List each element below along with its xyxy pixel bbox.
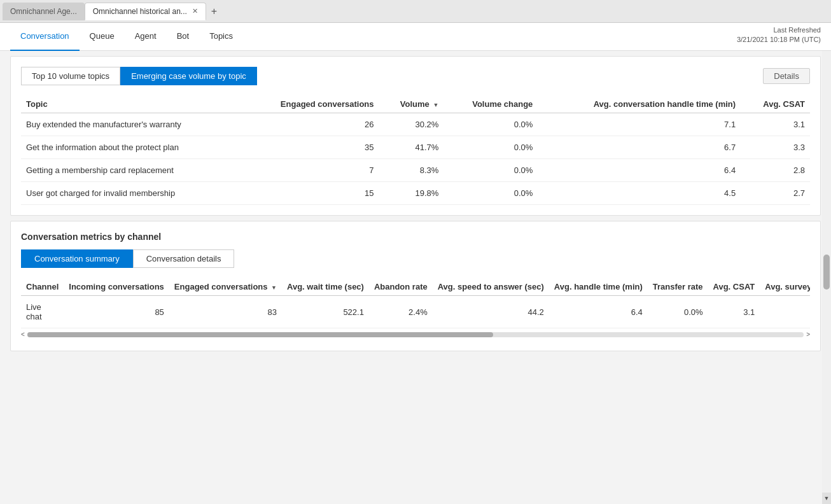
tab-emerging-volume[interactable]: Emerging case volume by topic	[120, 67, 257, 85]
col-avg-csat: Avg. CSAT	[708, 278, 760, 296]
cell-topic: User got charged for invalid membership	[21, 182, 241, 205]
col-engaged: Engaged conversations	[241, 95, 379, 113]
close-icon[interactable]: ✕	[192, 7, 198, 15]
nav-topics[interactable]: Topics	[199, 23, 243, 51]
cell-volume: 41.7%	[379, 136, 444, 159]
col-transfer-rate: Transfer rate	[648, 278, 708, 296]
cell-avg-handle: 4.5	[538, 182, 741, 205]
cell-avg-speed: 44.2	[433, 296, 549, 328]
nav-agent[interactable]: Agent	[125, 23, 167, 51]
tab-label: Omnichannel historical an...	[93, 7, 187, 16]
top-topics-panel: Top 10 volume topics Emerging case volum…	[10, 56, 821, 216]
col-avg-csat: Avg. CSAT	[741, 95, 810, 113]
tab-omnichannel-historical[interactable]: Omnichannel historical an... ✕	[85, 3, 206, 20]
horizontal-scrollbar[interactable]: < >	[21, 328, 810, 340]
add-tab-button[interactable]: +	[206, 6, 222, 17]
col-topic: Topic	[21, 95, 241, 113]
cell-volume-change: 0.0%	[443, 136, 538, 159]
col-incoming: Incoming conversations	[64, 278, 169, 296]
col-volume-change: Volume change	[443, 95, 538, 113]
tab-conversation-summary[interactable]: Conversation summary	[21, 249, 133, 268]
col-channel: Channel	[21, 278, 64, 296]
tab-omnichannel-agent[interactable]: Omnichannel Age...	[3, 3, 85, 20]
tab-label: Omnichannel Age...	[10, 7, 77, 16]
nav-queue[interactable]: Queue	[80, 23, 125, 51]
tab-top10-volume[interactable]: Top 10 volume topics	[21, 67, 120, 85]
last-refreshed-value: 3/21/2021 10:18 PM (UTC)	[737, 35, 821, 45]
cell-engaged: 35	[241, 136, 379, 159]
cell-avg-csat: 2.8	[741, 159, 810, 182]
scroll-right-icon[interactable]: >	[806, 331, 810, 338]
cell-avg-csat: 2.7	[741, 182, 810, 205]
col-avg-survey: Avg. survey se	[760, 278, 810, 296]
cell-avg-handle: 6.4	[538, 159, 741, 182]
cell-volume-change: 0.0%	[443, 182, 538, 205]
tab-conversation-details[interactable]: Conversation details	[133, 249, 235, 268]
nav-bot[interactable]: Bot	[167, 23, 200, 51]
cell-volume: 19.8%	[379, 182, 444, 205]
cell-avg-csat: 3.1	[708, 296, 760, 328]
nav-conversation[interactable]: Conversation	[10, 23, 80, 51]
cell-volume: 30.2%	[379, 113, 444, 136]
cell-topic: Get the information about the protect pl…	[21, 136, 241, 159]
col-engaged[interactable]: Engaged conversations ▼	[169, 278, 282, 296]
cell-avg-handle: 6.7	[538, 136, 741, 159]
sort-icon: ▼	[433, 102, 438, 108]
scroll-left-icon[interactable]: <	[21, 331, 25, 338]
col-volume[interactable]: Volume ▼	[379, 95, 444, 113]
details-button[interactable]: Details	[763, 68, 810, 84]
cell-volume-change: 0.0%	[443, 113, 538, 136]
app-nav: Conversation Queue Agent Bot Topics Last…	[0, 23, 831, 51]
cell-engaged: 83	[169, 296, 282, 328]
table-row[interactable]: Live chat 85 83 522.1 2.4% 44.2 6.4 0.0%…	[21, 296, 810, 328]
cell-abandon-rate: 2.4%	[369, 296, 433, 328]
scroll-down-icon[interactable]: ▼	[822, 493, 831, 504]
cell-avg-survey	[760, 296, 810, 328]
section-title: Conversation metrics by channel	[21, 232, 810, 242]
vertical-scrollbar[interactable]	[822, 51, 831, 496]
cell-incoming: 85	[64, 296, 169, 328]
cell-topic: Buy extended the manufacturer's warranty	[21, 113, 241, 136]
cell-channel: Live chat	[21, 296, 64, 328]
col-abandon-rate: Abandon rate	[369, 278, 433, 296]
topics-table: Topic Engaged conversations Volume ▼ Vol…	[21, 95, 810, 205]
table-row[interactable]: Getting a membership card replacement 7 …	[21, 159, 810, 182]
last-refreshed-label: Last Refreshed	[737, 25, 821, 35]
sort-icon: ▼	[271, 284, 277, 291]
col-avg-speed: Avg. speed to answer (sec)	[433, 278, 549, 296]
col-avg-handle: Avg. conversation handle time (min)	[538, 95, 741, 113]
topic-tabs: Top 10 volume topics Emerging case volum…	[21, 67, 810, 85]
cell-engaged: 15	[241, 182, 379, 205]
cell-engaged: 26	[241, 113, 379, 136]
cell-engaged: 7	[241, 159, 379, 182]
cell-volume: 8.3%	[379, 159, 444, 182]
main-content: Top 10 volume topics Emerging case volum…	[0, 51, 831, 504]
metrics-panel: Conversation metrics by channel Conversa…	[10, 221, 821, 351]
cell-avg-csat: 3.1	[741, 113, 810, 136]
metrics-table-wrapper[interactable]: Channel Incoming conversations Engaged c…	[21, 278, 810, 328]
cell-volume-change: 0.0%	[443, 159, 538, 182]
cell-avg-handle: 7.1	[538, 113, 741, 136]
table-row[interactable]: Buy extended the manufacturer's warranty…	[21, 113, 810, 136]
last-refreshed: Last Refreshed 3/21/2021 10:18 PM (UTC)	[737, 25, 821, 45]
scroll-track[interactable]	[27, 332, 804, 337]
scrollbar-thumb[interactable]	[823, 255, 830, 290]
cell-avg-csat: 3.3	[741, 136, 810, 159]
sub-tabs: Conversation summary Conversation detail…	[21, 249, 810, 268]
scroll-thumb[interactable]	[27, 332, 493, 337]
cell-avg-wait: 522.1	[282, 296, 369, 328]
cell-avg-handle: 6.4	[549, 296, 648, 328]
cell-topic: Getting a membership card replacement	[21, 159, 241, 182]
browser-tab-bar: Omnichannel Age... Omnichannel historica…	[0, 0, 831, 23]
cell-transfer-rate: 0.0%	[648, 296, 708, 328]
table-row[interactable]: User got charged for invalid membership …	[21, 182, 810, 205]
metrics-table: Channel Incoming conversations Engaged c…	[21, 278, 810, 328]
table-row[interactable]: Get the information about the protect pl…	[21, 136, 810, 159]
col-avg-wait: Avg. wait time (sec)	[282, 278, 369, 296]
col-avg-handle: Avg. handle time (min)	[549, 278, 648, 296]
